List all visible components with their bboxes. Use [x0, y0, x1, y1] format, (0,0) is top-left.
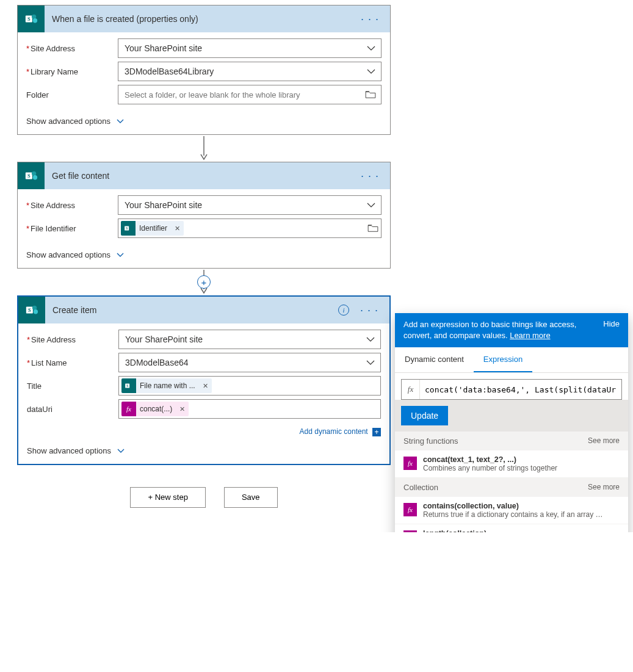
- fx-icon: fx: [121, 402, 136, 416]
- plus-icon[interactable]: +: [372, 428, 381, 436]
- chevron-down-icon: [366, 358, 375, 367]
- expression-input[interactable]: [420, 380, 621, 399]
- tab-dynamic-content[interactable]: Dynamic content: [395, 347, 474, 372]
- card-create-item: S Create item i · · · *Site Address Your…: [17, 295, 391, 465]
- chevron-down-icon: [366, 43, 376, 53]
- new-step-button[interactable]: + New step: [130, 487, 205, 508]
- folder-input[interactable]: Select a folder, or leave blank for the …: [118, 85, 382, 104]
- update-button[interactable]: Update: [401, 406, 448, 425]
- field-label: Folder: [26, 90, 118, 99]
- card-title: When a file is created (properties only): [45, 14, 357, 24]
- chevron-down-icon: [366, 334, 375, 344]
- sharepoint-icon: S: [121, 378, 136, 393]
- field-label: *Site Address: [26, 201, 118, 210]
- svg-text:S: S: [27, 16, 31, 22]
- card-title: Get file content: [45, 171, 357, 181]
- fx-icon: fx: [403, 457, 417, 470]
- function-description: Combines any number of strings together: [423, 464, 557, 472]
- expression-help-text: Add an expression to do basic things lik…: [403, 320, 576, 340]
- card-get-file-content: S Get file content · · · *Site Address Y…: [17, 162, 391, 269]
- save-button[interactable]: Save: [224, 487, 278, 508]
- add-step-button[interactable]: +: [197, 275, 211, 289]
- add-dynamic-content-row: Add dynamic content +: [18, 426, 389, 441]
- chip-remove-button[interactable]: ✕: [199, 382, 212, 390]
- fx-icon: fx: [403, 503, 417, 516]
- expression-panel: Add an expression to do basic things lik…: [395, 313, 628, 532]
- panel-tabs: Dynamic content Expression: [395, 347, 628, 373]
- list-name-dropdown[interactable]: 3DModelBase64: [118, 353, 381, 372]
- function-signature: length(collection): [423, 529, 593, 532]
- svg-point-2: [32, 15, 36, 19]
- expression-input-row: fx: [401, 379, 622, 400]
- field-label: *Site Address: [27, 335, 118, 344]
- expression-chip-concat[interactable]: fx concat(...) ✕: [121, 402, 189, 416]
- card-title: Create item: [45, 305, 338, 315]
- fx-icon: fx: [402, 380, 420, 399]
- field-label: dataUri: [27, 405, 118, 414]
- svg-point-15: [34, 309, 38, 314]
- card-body: *Site Address Your SharePoint site *List…: [18, 323, 389, 426]
- function-item[interactable]: fxcontains(collection, value)Returns tru…: [395, 497, 628, 524]
- svg-text:S: S: [27, 173, 31, 179]
- card-header[interactable]: S Get file content · · ·: [18, 162, 390, 189]
- fx-icon: fx: [403, 530, 417, 532]
- card-header[interactable]: S When a file is created (properties onl…: [18, 5, 390, 32]
- learn-more-link[interactable]: Learn more: [510, 331, 550, 340]
- library-name-dropdown[interactable]: 3DModelBase64Library: [118, 62, 382, 81]
- sharepoint-icon: S: [18, 5, 45, 32]
- svg-point-8: [33, 175, 37, 179]
- site-address-dropdown[interactable]: Your SharePoint site: [118, 195, 382, 215]
- field-label: *List Name: [27, 358, 118, 367]
- svg-point-7: [32, 172, 36, 176]
- add-dynamic-content-link[interactable]: Add dynamic content: [300, 427, 368, 436]
- expression-panel-header: Add an expression to do basic things lik…: [395, 313, 628, 347]
- chevron-down-icon: [117, 446, 125, 455]
- card-menu-button[interactable]: · · ·: [356, 302, 382, 319]
- function-category: CollectionSee more: [395, 478, 628, 497]
- file-identifier-input[interactable]: S Identifier ✕: [118, 219, 382, 238]
- tab-expression[interactable]: Expression: [474, 347, 532, 372]
- datauri-input[interactable]: fx concat(...) ✕: [118, 399, 381, 419]
- bottom-buttons: + New step Save: [17, 487, 391, 508]
- function-category: String functionsSee more: [395, 432, 628, 450]
- connector-arrow: [17, 135, 391, 162]
- svg-text:S: S: [28, 308, 31, 313]
- svg-point-14: [32, 306, 37, 310]
- hide-panel-button[interactable]: Hide: [603, 319, 620, 328]
- field-label: *File Identifier: [26, 224, 118, 233]
- function-item[interactable]: fxconcat(text_1, text_2?, ...)Combines a…: [395, 450, 628, 478]
- function-item[interactable]: fxlength(collection)Returns the number o…: [395, 524, 628, 532]
- show-advanced-toggle[interactable]: Show advanced options: [18, 112, 390, 134]
- connector-arrow: +: [17, 269, 391, 295]
- card-when-file-created: S When a file is created (properties onl…: [17, 5, 391, 135]
- svg-text:S: S: [126, 384, 128, 388]
- function-description: Returns true if a dictionary contains a …: [423, 510, 603, 519]
- sharepoint-icon: S: [18, 297, 45, 323]
- site-address-dropdown[interactable]: Your SharePoint site: [118, 38, 382, 58]
- chip-remove-button[interactable]: ✕: [176, 405, 189, 413]
- see-more-link[interactable]: See more: [588, 436, 620, 446]
- card-menu-button[interactable]: · · ·: [357, 167, 383, 185]
- site-address-dropdown[interactable]: Your SharePoint site: [118, 330, 381, 349]
- field-label: *Site Address: [26, 44, 118, 53]
- chip-remove-button[interactable]: ✕: [171, 225, 184, 233]
- show-advanced-toggle[interactable]: Show advanced options: [18, 441, 389, 464]
- flow-canvas: S When a file is created (properties onl…: [0, 0, 391, 532]
- show-advanced-toggle[interactable]: Show advanced options: [18, 245, 390, 268]
- dynamic-chip-identifier[interactable]: S Identifier ✕: [121, 221, 184, 236]
- see-more-link[interactable]: See more: [588, 483, 620, 492]
- card-header[interactable]: S Create item i · · ·: [18, 297, 389, 323]
- function-list[interactable]: String functionsSee morefxconcat(text_1,…: [395, 432, 628, 532]
- dynamic-chip-filename[interactable]: S File name with ... ✕: [121, 378, 212, 393]
- chevron-down-icon: [366, 67, 376, 76]
- info-icon[interactable]: i: [338, 305, 349, 316]
- card-body: *Site Address Your SharePoint site *File…: [18, 189, 390, 245]
- folder-icon: [365, 90, 376, 99]
- chevron-down-icon: [117, 250, 124, 259]
- sharepoint-icon: S: [121, 221, 136, 236]
- chevron-down-icon: [117, 117, 124, 126]
- title-input[interactable]: S File name with ... ✕: [118, 376, 381, 396]
- card-menu-button[interactable]: · · ·: [357, 10, 383, 28]
- field-label: *Library Name: [26, 67, 118, 76]
- svg-text:S: S: [126, 226, 128, 230]
